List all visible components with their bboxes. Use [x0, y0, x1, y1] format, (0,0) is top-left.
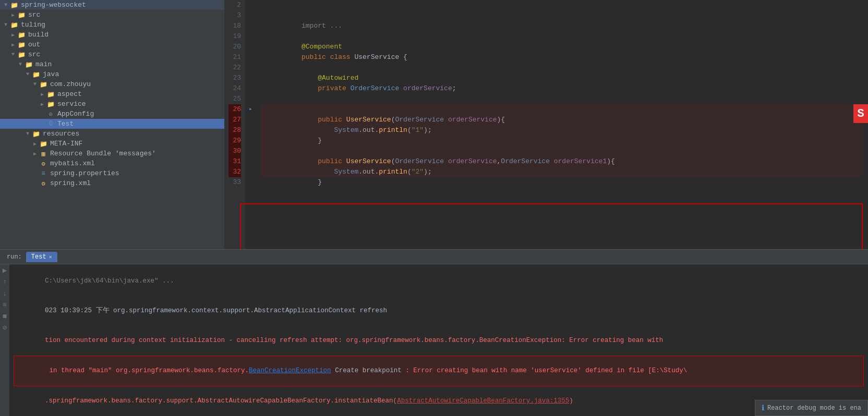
brand-logo: S	[853, 104, 868, 123]
code-line-20: public class UserService {	[261, 42, 863, 52]
config-file-icon: ⊙	[46, 111, 55, 118]
code-line-31: System.out.println("2");	[261, 156, 863, 167]
folder-icon: 📁	[39, 81, 48, 88]
sidebar-item-build[interactable]: ▶ 📁 build	[0, 30, 224, 40]
arrow-icon: ▶	[31, 151, 39, 157]
sidebar-item-spring-websocket[interactable]: ▼ 📁 spring-websocket	[0, 0, 224, 10]
sidebar-item-resource-bundle[interactable]: ▶ ▦ Resource Bundle 'messages'	[0, 149, 224, 158]
sidebar-item-meta-inf[interactable]: ▶ 📁 META-INF	[0, 139, 224, 149]
line-num: 26	[228, 104, 241, 115]
resource-bundle-icon: ▦	[39, 150, 48, 157]
stack-link[interactable]: AbstractAutowireCapableBeanFactory.java:…	[397, 397, 569, 405]
console-tab[interactable]: Test ✕	[26, 252, 57, 262]
arrow-icon: ▼	[2, 22, 9, 28]
code-line-24	[261, 83, 863, 94]
main-area: ▼ 📁 spring-websocket ▶ 📁 src ▼ 📁 tuling …	[0, 0, 868, 249]
gutter-line	[245, 115, 256, 125]
sidebar-item-label: build	[28, 31, 49, 39]
arrow-icon: ▼	[24, 131, 31, 137]
xml-file-icon: ⚙	[39, 160, 48, 167]
sidebar-item-spring-xml[interactable]: ▶ ⚙ spring.xml	[0, 178, 224, 188]
sidebar-item-src[interactable]: ▼ 📁 src	[0, 50, 224, 59]
sidebar-item-tuling[interactable]: ▼ 📁 tuling	[0, 20, 224, 30]
sidebar-item-java[interactable]: ▼ 📁 java	[0, 69, 224, 79]
folder-orange-icon: 📁	[17, 41, 26, 48]
sidebar-item-label: tuling	[21, 21, 45, 29]
sidebar-item-label: src	[28, 11, 40, 19]
code-editor: S 2 3 18 19 20 21 22 23 24 25 26 27 28 2…	[224, 0, 868, 249]
gutter-line	[245, 73, 256, 83]
test-file-icon: ©	[46, 120, 55, 128]
line-num: 18	[228, 21, 241, 31]
code-line-29	[261, 136, 863, 146]
code-line-21	[261, 52, 863, 63]
line-num: 30	[228, 146, 241, 156]
console-content: C:\Users\jdk\64\bin\java.exe" ... 023 10…	[9, 264, 868, 416]
line-num: 21	[228, 52, 241, 63]
sidebar-item-mybatis-xml[interactable]: ▶ ⚙ mybatis.xml	[0, 158, 224, 168]
sidebar-item-main[interactable]: ▼ 📁 main	[0, 59, 224, 69]
line-num: 24	[228, 83, 241, 94]
arrow-icon: ▶	[39, 101, 46, 107]
arrow-icon: ▶	[9, 12, 17, 18]
arrow-icon: ▼	[24, 71, 31, 77]
gutter-line	[245, 83, 256, 94]
code-line-18	[261, 21, 863, 31]
code-line-19: @Component	[261, 31, 863, 42]
folder-icon: 📁	[46, 91, 55, 98]
gutter-line	[245, 10, 256, 21]
line-numbers: 2 3 18 19 20 21 22 23 24 25 26 27 28 29 …	[224, 0, 245, 249]
bottom-notification[interactable]: ℹ Reactor debug mode is ena	[755, 400, 868, 416]
folder-icon: 📁	[9, 2, 19, 9]
line-num: 31	[228, 156, 241, 167]
console-line-error-link: in thread "main" org.springframework.bea…	[14, 356, 864, 386]
sidebar-item-aspect[interactable]: ▶ 📁 aspect	[0, 89, 224, 99]
sidebar-item-com-zhouyu[interactable]: ▼ 📁 com.zhouyu	[0, 79, 224, 89]
console-line: .springframework.beans.factory.support.A…	[14, 386, 864, 416]
folder-icon: 📁	[31, 71, 41, 78]
sidebar-item-resources[interactable]: ▼ 📁 resources	[0, 129, 224, 139]
bean-creation-exception-link[interactable]: BeanCreationException	[249, 367, 331, 374]
sidebar-item-label: spring-websocket	[21, 1, 86, 9]
code-line-2	[261, 0, 863, 10]
folder-icon: 📁	[46, 101, 55, 108]
line-num: 2	[228, 0, 241, 10]
scroll-down-button[interactable]: ↓	[1, 289, 9, 298]
line-num: 3	[228, 10, 241, 21]
gutter-line	[245, 94, 256, 104]
clear-button[interactable]: ⊘	[1, 324, 9, 332]
folder-icon: 📁	[39, 140, 48, 148]
arrow-icon: ▼	[2, 2, 9, 8]
code-line-26: public UserService(OrderService orderSer…	[261, 104, 863, 115]
sidebar-item-spring-props[interactable]: ▶ ≡ spring.properties	[0, 168, 224, 178]
arrow-icon: ▶	[9, 32, 17, 38]
sidebar-item-label: java	[43, 70, 59, 78]
sidebar-item-test[interactable]: ▶ © Test	[0, 119, 224, 129]
console-body: ▶ ↑ ↓ ≡ ■ ⊘ C:\Users\jdk\64\bin\java.exe…	[0, 264, 868, 416]
run-button[interactable]: ▶	[1, 266, 9, 275]
line-num: 29	[228, 136, 241, 146]
line-num: 32	[228, 167, 241, 177]
filter-button[interactable]: ≡	[1, 301, 9, 309]
arrow-icon: ▼	[31, 81, 39, 87]
run-label: run:	[3, 253, 26, 261]
breakpoint-arrow-icon: ➤	[249, 106, 252, 113]
folder-icon: 📁	[31, 130, 41, 138]
sidebar-item-label: META-INF	[50, 140, 82, 148]
sidebar-item-src-root[interactable]: ▶ 📁 src	[0, 10, 224, 20]
code-lines[interactable]: import ... @Component public class UserS…	[256, 0, 868, 249]
tab-close-button[interactable]: ✕	[49, 254, 52, 260]
stop-button[interactable]: ■	[1, 312, 9, 321]
sidebar-item-out[interactable]: ▶ 📁 out	[0, 40, 224, 50]
line-num: 23	[228, 73, 241, 83]
gutter-line	[245, 0, 256, 10]
arrow-icon: ▼	[9, 52, 17, 57]
code-line-25	[261, 94, 863, 104]
folder-orange-icon: 📁	[17, 31, 26, 39]
sidebar-item-service[interactable]: ▶ 📁 service	[0, 99, 224, 109]
scroll-up-button[interactable]: ↑	[1, 278, 9, 286]
sidebar-item-appconfig[interactable]: ▶ ⊙ AppConfig	[0, 109, 224, 119]
notification-text: Reactor debug mode is ena	[767, 405, 861, 412]
gutter-line	[245, 42, 256, 52]
code-line-33	[261, 177, 863, 188]
